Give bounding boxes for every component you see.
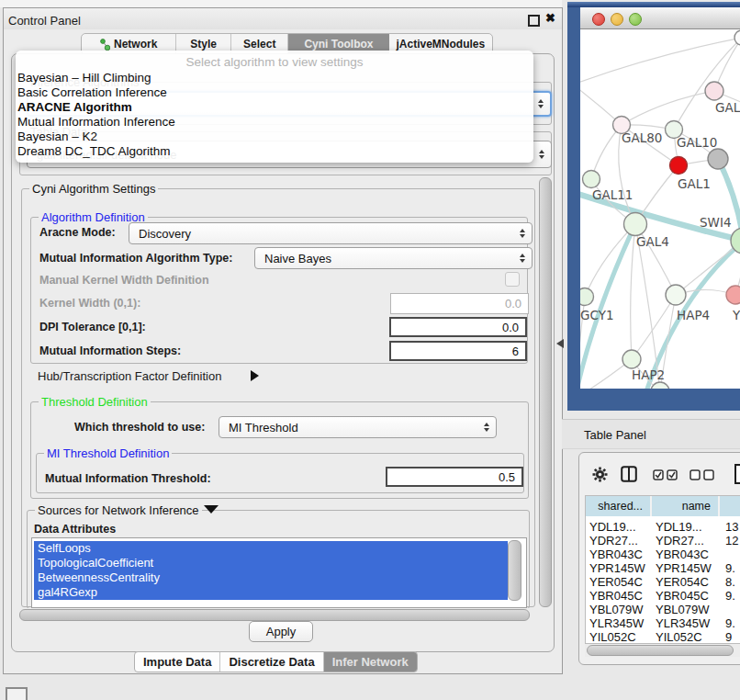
table-cell: 9 [725, 630, 740, 644]
combo-arrows-icon [484, 417, 489, 437]
kernel-width-value: 0.0 [505, 297, 521, 310]
network-node[interactable] [580, 288, 594, 306]
gear-icon[interactable] [592, 467, 608, 482]
float-window-icon[interactable] [528, 15, 540, 27]
network-node[interactable] [670, 157, 688, 175]
network-edge [580, 38, 740, 85]
sources-collapse-icon[interactable] [204, 505, 219, 514]
deselect-all-checkboxes-icon[interactable] [690, 469, 715, 480]
settings-hscrollbar-thumb[interactable] [19, 609, 530, 621]
data-attribute-item[interactable]: TopologicalCoefficient [34, 556, 508, 570]
network-view[interactable]: GAL7GAL80GAL10GAL1GAL11GAL4SWI4GCY1HAP4Y… [580, 29, 740, 389]
hub-expand-icon[interactable] [251, 370, 259, 381]
data-attributes-label: Data Attributes [34, 523, 116, 536]
combo-arrows-icon [520, 248, 525, 268]
mi-steps-label: Mutual Information Steps: [39, 344, 181, 357]
table-column-header[interactable] [720, 496, 740, 516]
dpi-tolerance-value: 0.0 [502, 321, 519, 334]
close-traffic-light[interactable] [592, 13, 605, 26]
bottom-tab-infer-network[interactable]: Infer Network [324, 652, 417, 672]
table-cell: YBR043C [656, 548, 718, 561]
network-node[interactable] [666, 285, 686, 305]
minimized-panel-icon[interactable] [6, 687, 28, 700]
which-threshold-combo[interactable]: MI Threshold [219, 416, 497, 438]
attr-list-scrollbar-thumb[interactable] [508, 540, 521, 601]
table-cell: 13 [725, 520, 740, 534]
algorithm-option[interactable]: Mutual Information Inference [17, 115, 175, 129]
table-hscrollbar-track[interactable] [585, 644, 740, 657]
table-column-header[interactable]: name [652, 496, 720, 516]
network-node[interactable] [651, 382, 669, 389]
table-cell: YDR27... [656, 534, 718, 548]
network-node[interactable] [624, 213, 647, 236]
bottom-tab-discretize-data[interactable]: Discretize Data [220, 652, 323, 672]
kernel-width-field[interactable]: 0.0 [390, 293, 529, 314]
manual-kernel-label: Manual Kernel Width Definition [39, 274, 209, 287]
minimize-traffic-light[interactable] [611, 13, 623, 26]
table-column-header[interactable]: shared... [586, 496, 652, 516]
apply-button[interactable]: Apply [249, 621, 313, 642]
table-cell: 8. [725, 575, 740, 589]
control-panel-title: Control Panel [8, 14, 81, 28]
combo-arrows-icon [538, 93, 544, 115]
data-attribute-item[interactable]: BetweennessCentrality [34, 570, 508, 585]
bottom-tab-impute-data[interactable]: Impute Data [135, 652, 220, 672]
network-node[interactable] [734, 30, 740, 45]
network-edge [632, 295, 676, 359]
network-node-label: HAP2 [632, 367, 665, 382]
network-window-frame: GAL7GAL80GAL10GAL1GAL11GAL4SWI4GCY1HAP4Y… [567, 2, 740, 411]
select-all-checkboxes-icon[interactable] [653, 469, 678, 480]
network-node[interactable] [708, 149, 728, 169]
settings-vertical-scrollbar[interactable] [539, 177, 552, 607]
algorithm-option[interactable]: Bayesian – Hill Climbing [17, 71, 151, 85]
network-node-label: HAP4 [677, 308, 710, 322]
column-layout-icon[interactable] [621, 466, 637, 482]
aracne-mode-combo[interactable]: Discovery [129, 222, 533, 244]
data-attribute-item[interactable]: gal4RGexp [34, 585, 508, 600]
table-panel-strip: Table Panel [562, 419, 740, 449]
network-node-label: GAL1 [678, 176, 711, 191]
combo-arrows-icon [520, 223, 525, 243]
data-attributes-list[interactable]: SelfLoopsTopologicalCoefficientBetweenne… [31, 537, 527, 608]
data-attribute-item[interactable]: SelfLoops [34, 541, 508, 556]
table-cell: YDL19... [589, 520, 652, 534]
algorithm-option[interactable]: Dream8 DC_TDC Algorithm [17, 144, 171, 158]
document-icon[interactable] [734, 464, 740, 484]
network-node-label: GAL7 [715, 100, 740, 115]
network-edge [674, 38, 740, 130]
dpi-tolerance-field[interactable]: 0.0 [389, 317, 527, 337]
network-node[interactable] [705, 82, 723, 100]
zoom-traffic-light[interactable] [629, 13, 642, 26]
network-edge [631, 224, 635, 359]
close-icon[interactable]: ✖ [545, 11, 555, 25]
mi-threshold-field[interactable]: 0.5 [386, 467, 523, 487]
table-cell: YLR345W [589, 616, 652, 630]
threshold-definition-title: Threshold Definition [39, 395, 151, 409]
table-hscrollbar-thumb[interactable] [587, 645, 734, 656]
algorithm-option[interactable]: ARACNE Algorithm [17, 100, 132, 114]
table-cell: YIL052C [656, 630, 718, 644]
aracne-mode-value: Discovery [139, 227, 191, 241]
table-cell: YBL079W [589, 603, 652, 616]
table-cell: 9. [725, 616, 740, 630]
table-cell: 12 [725, 534, 740, 548]
algorithm-option[interactable]: Basic Correlation Inference [17, 85, 167, 99]
manual-kernel-checkbox[interactable] [505, 272, 520, 287]
settings-hscrollbar-track[interactable] [17, 608, 550, 622]
mi-steps-field[interactable]: 6 [389, 341, 527, 361]
network-node[interactable] [622, 350, 641, 368]
mi-type-combo[interactable]: Naive Bayes [254, 247, 533, 269]
network-node[interactable] [583, 171, 600, 188]
network-node[interactable] [726, 286, 740, 304]
node-table[interactable]: shared...name YDL19...YDL19...13YDR27...… [585, 495, 740, 644]
mi-threshold-label: Mutual Information Threshold: [45, 472, 211, 485]
algorithm-option[interactable]: Bayesian – K2 [17, 130, 97, 143]
table-cell: YPR145W [589, 561, 652, 575]
mi-type-label: Mutual Information Algorithm Type: [39, 252, 232, 265]
network-node-label: GCY1 [580, 308, 614, 322]
table-cell: YIL052C [589, 630, 652, 644]
dpi-tolerance-label: DPI Tolerance [0,1]: [39, 321, 146, 333]
hub-definition-label: Hub/Transcription Factor Definition [38, 369, 221, 383]
aracne-mode-label: Aracne Mode: [39, 226, 116, 239]
table-cell: 9. [725, 589, 740, 603]
